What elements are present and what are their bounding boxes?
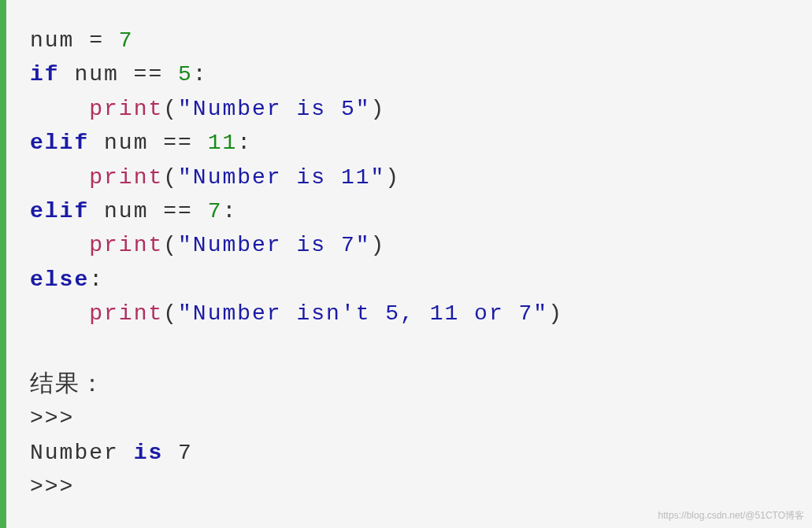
- code-line-1: num = 7: [30, 24, 788, 57]
- number-literal: 7: [119, 28, 134, 53]
- string-literal: "Number is 11": [178, 165, 385, 190]
- blank-line: [30, 331, 788, 365]
- output-text-post: 7: [163, 441, 193, 465]
- indent: [30, 97, 89, 121]
- code-line-9: print("Number isn't 5, 11 or 7"): [30, 297, 788, 330]
- output-prompt-2: >>>: [30, 470, 788, 504]
- expression: num ==: [89, 131, 207, 155]
- identifier: num: [30, 28, 89, 53]
- code-line-4: elif num == 11:: [30, 126, 788, 160]
- keyword-elif: elif: [30, 131, 89, 155]
- output-prompt-1: >>>: [30, 401, 788, 435]
- colon: :: [237, 131, 252, 155]
- expression: num ==: [60, 62, 178, 87]
- code-block: num = 7 if num == 5: print("Number is 5"…: [0, 0, 812, 528]
- code-line-5: print("Number is 11"): [30, 161, 788, 194]
- keyword-elif: elif: [30, 199, 89, 223]
- paren-open: (: [163, 233, 178, 257]
- code-line-3: print("Number is 5"): [30, 92, 788, 126]
- output-text-pre: Number: [30, 441, 134, 465]
- paren-close: ): [370, 97, 385, 121]
- string-literal: "Number is 5": [178, 97, 370, 121]
- expression: num ==: [89, 199, 207, 223]
- string-literal: "Number is 7": [178, 233, 370, 257]
- code-line-8: else:: [30, 263, 788, 297]
- keyword-else: else: [30, 268, 89, 292]
- indent: [30, 165, 89, 190]
- code-line-2: if num == 5:: [30, 57, 788, 91]
- paren-open: (: [163, 301, 178, 326]
- paren-close: ): [385, 165, 400, 190]
- paren-open: (: [163, 165, 178, 190]
- paren-open: (: [163, 97, 178, 121]
- indent: [30, 301, 89, 326]
- string-literal: "Number isn't 5, 11 or 7": [178, 301, 548, 326]
- function-print: print: [89, 233, 163, 257]
- colon: :: [89, 268, 104, 292]
- colon: :: [193, 62, 208, 87]
- watermark: https://blog.csdn.net/@51CTO博客: [658, 508, 804, 523]
- number-literal: 5: [178, 62, 193, 87]
- number-literal: 11: [208, 131, 238, 155]
- indent: [30, 233, 89, 257]
- output-keyword-is: is: [134, 441, 164, 465]
- number-literal: 7: [208, 199, 223, 223]
- output-line: Number is 7: [30, 436, 788, 470]
- colon: :: [222, 199, 237, 223]
- paren-close: ): [370, 233, 385, 257]
- code-line-7: print("Number is 7"): [30, 228, 788, 262]
- keyword-if: if: [30, 62, 60, 87]
- function-print: print: [89, 165, 163, 190]
- code-line-6: elif num == 7:: [30, 194, 788, 228]
- result-label: 结果：: [30, 365, 788, 402]
- paren-close: ): [548, 301, 563, 326]
- operator: =: [89, 28, 119, 53]
- function-print: print: [89, 97, 163, 121]
- function-print: print: [89, 301, 163, 326]
